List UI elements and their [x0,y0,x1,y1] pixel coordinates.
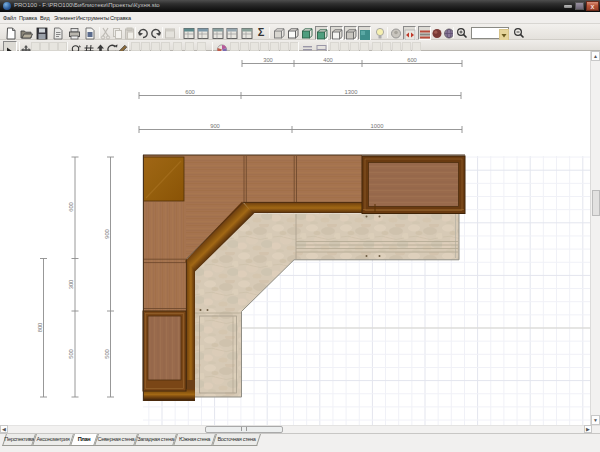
svg-text:600: 600 [185,89,195,95]
svg-text:600: 600 [68,202,74,212]
svg-text:300: 300 [263,57,273,63]
svg-text:800: 800 [37,323,43,333]
svg-text:500: 500 [104,349,110,359]
svg-text:900: 900 [210,123,220,129]
svg-text:300: 300 [68,280,74,290]
svg-text:500: 500 [68,349,74,359]
svg-text:400: 400 [323,57,333,63]
svg-text:900: 900 [104,229,110,239]
svg-text:1300: 1300 [345,89,358,95]
svg-text:1000: 1000 [371,123,384,129]
svg-text:600: 600 [407,57,417,63]
